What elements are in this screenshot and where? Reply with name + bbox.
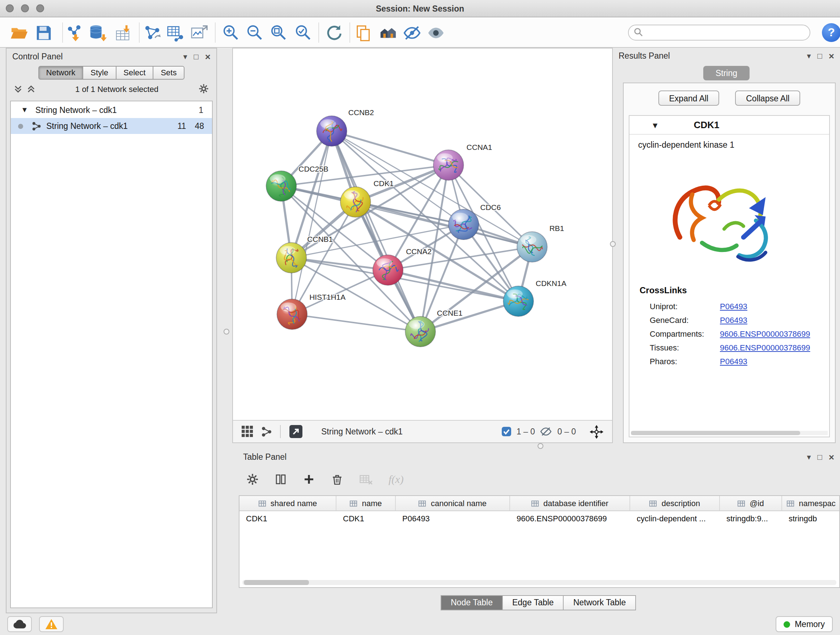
memory-button[interactable]: Memory (776, 616, 833, 632)
export-image-button[interactable] (189, 22, 209, 43)
splitter-handle[interactable] (538, 443, 543, 449)
crosslink-link[interactable]: 9606.ENSP00000378699 (720, 329, 810, 338)
column-header-canonical-name[interactable]: canonical name (396, 496, 510, 510)
crosslink-link[interactable]: P06493 (720, 356, 747, 365)
cloud-status-button[interactable] (7, 616, 32, 632)
svg-text:CCNB2: CCNB2 (348, 108, 374, 117)
panel-menu-icon[interactable]: ▾ (183, 52, 187, 61)
tab-sets[interactable]: Sets (153, 66, 185, 80)
disclosure-triangle-icon[interactable]: ▼ (21, 106, 28, 114)
birdseye-view-icon[interactable] (261, 426, 272, 437)
import-network-button[interactable] (65, 22, 85, 43)
protein-card-header[interactable]: ▼ CDK1 (630, 116, 829, 135)
table-settings-gear-icon[interactable] (246, 473, 259, 486)
table-cell[interactable]: stringdb (782, 511, 840, 526)
panel-menu-icon[interactable]: ▾ (807, 51, 811, 60)
new-network-button[interactable] (142, 22, 162, 43)
pan-crosshair-icon[interactable] (590, 424, 603, 439)
panel-close-icon[interactable]: × (829, 451, 834, 462)
table-row[interactable]: CDK1CDK1P064939606.ENSP00000378699cyclin… (240, 511, 839, 526)
window-controls (6, 4, 44, 12)
selected-checkbox-icon[interactable] (501, 426, 512, 437)
add-column-icon[interactable] (302, 473, 316, 486)
warnings-button[interactable] (39, 616, 64, 632)
column-header-description[interactable]: description (630, 496, 720, 510)
svg-text:CDK1: CDK1 (374, 179, 394, 187)
table-cell[interactable]: CDK1 (336, 511, 396, 526)
collapse-all-button[interactable]: Collapse All (735, 90, 800, 106)
table-panel: Table Panel ▾ □ × f(x) shared namenameca… (237, 449, 840, 614)
crosslink-link[interactable]: P06493 (720, 302, 747, 310)
expand-all-icon[interactable] (27, 84, 35, 93)
zoom-fit-button[interactable] (268, 22, 289, 43)
tab-edge-table[interactable]: Edge Table (502, 595, 564, 610)
crosslink-row: Uniprot:P06493 (630, 299, 829, 313)
network-collection-row[interactable]: ▼ String Network – cdk1 1 (11, 101, 212, 118)
tab-select[interactable]: Select (115, 66, 153, 80)
window-minimize-button[interactable] (21, 4, 29, 12)
panel-float-icon[interactable]: □ (818, 453, 822, 461)
column-header-shared-name[interactable]: shared name (240, 496, 336, 510)
results-scrollbar[interactable] (631, 431, 828, 435)
show-all-button[interactable] (425, 22, 446, 43)
column-header--id[interactable]: @id (720, 496, 782, 510)
zoom-out-button[interactable] (245, 22, 265, 43)
svg-text:CCNA1: CCNA1 (467, 143, 493, 151)
network-row-selected[interactable]: String Network – cdk1 11 48 (11, 118, 212, 134)
hidden-eye-icon[interactable] (540, 426, 553, 437)
crosslink-link[interactable]: P06493 (720, 315, 747, 324)
crosslink-row: Tissues:9606.ENSP00000378699 (630, 340, 829, 354)
network-canvas[interactable]: CCNB2CCNA1CDC25BCDK1CDC6RB1CCNB1CCNA2CDK… (233, 49, 612, 421)
save-session-button[interactable] (33, 22, 54, 43)
collapse-all-icon[interactable] (14, 84, 22, 93)
tab-string[interactable]: String (703, 66, 750, 80)
tab-network-table[interactable]: Network Table (563, 595, 636, 610)
import-network-database-button[interactable] (88, 22, 108, 43)
crosslink-link[interactable]: 9606.ENSP00000378699 (720, 343, 810, 352)
tab-style[interactable]: Style (82, 66, 116, 80)
table-cell[interactable]: stringdb:9... (720, 511, 782, 526)
expand-all-button[interactable]: Expand All (658, 90, 720, 106)
zoom-selected-button[interactable] (293, 22, 313, 43)
delete-column-icon[interactable] (331, 473, 344, 486)
import-table-button[interactable] (113, 22, 133, 43)
zoom-in-button[interactable] (221, 22, 241, 43)
table-cell[interactable]: 9606.ENSP00000378699 (510, 511, 630, 526)
tab-node-table[interactable]: Node Table (441, 595, 503, 610)
export-network-icon[interactable] (289, 424, 303, 439)
new-table-button[interactable] (165, 22, 185, 43)
control-panel-title: Control Panel (12, 52, 63, 61)
gear-icon[interactable] (198, 83, 209, 94)
panel-float-icon[interactable]: □ (194, 52, 199, 61)
splitter-handle[interactable] (224, 329, 229, 334)
help-button[interactable]: ? (822, 23, 840, 42)
column-header-name[interactable]: name (336, 496, 396, 510)
panel-float-icon[interactable]: □ (818, 51, 822, 60)
table-cell[interactable]: CDK1 (240, 511, 336, 526)
window-close-button[interactable] (6, 4, 14, 12)
refresh-button[interactable] (324, 22, 344, 43)
search-input[interactable] (628, 25, 810, 41)
table-scrollbar[interactable] (242, 580, 836, 585)
selected-counts: 1 – 0 (516, 427, 535, 436)
duplicate-button[interactable] (353, 22, 373, 43)
window-zoom-button[interactable] (36, 4, 44, 12)
home-button[interactable] (378, 22, 398, 43)
refresh-icon (325, 24, 343, 42)
column-header-namespac[interactable]: namespac (782, 496, 840, 510)
panel-close-icon[interactable]: × (205, 51, 210, 62)
panel-close-icon[interactable]: × (829, 50, 834, 61)
table-cell[interactable]: P06493 (396, 511, 510, 526)
column-header-database-identifier[interactable]: database identifier (510, 496, 630, 510)
open-session-button[interactable] (9, 22, 29, 43)
disclosure-triangle-icon[interactable]: ▼ (651, 120, 659, 129)
panel-menu-icon[interactable]: ▾ (807, 452, 811, 462)
warning-icon (45, 618, 58, 630)
show-columns-icon[interactable] (274, 473, 287, 486)
tab-network[interactable]: Network (38, 66, 84, 80)
hide-selected-button[interactable] (401, 22, 422, 43)
grid-view-icon[interactable] (242, 426, 253, 437)
splitter-handle[interactable] (610, 241, 616, 247)
svg-text:RB1: RB1 (549, 224, 564, 233)
table-cell[interactable]: cyclin-dependent ... (630, 511, 720, 526)
